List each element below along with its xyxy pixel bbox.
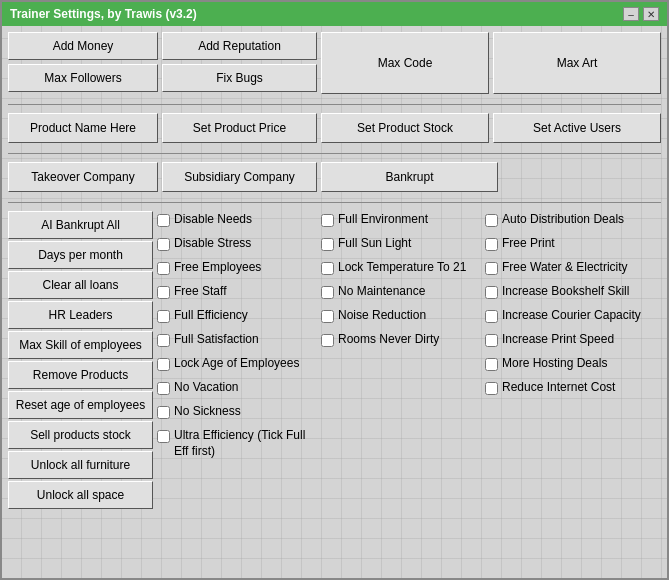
noise-reduction-item: Noise Reduction bbox=[321, 307, 481, 329]
lock-temperature-item: Lock Temperature To 21 bbox=[321, 259, 481, 281]
no-vacation-label: No Vacation bbox=[174, 380, 238, 396]
disable-needs-label: Disable Needs bbox=[174, 212, 252, 228]
full-sun-light-checkbox[interactable] bbox=[321, 238, 334, 251]
noise-reduction-label: Noise Reduction bbox=[338, 308, 426, 324]
no-sickness-item: No Sickness bbox=[157, 403, 317, 425]
add-reputation-button[interactable]: Add Reputation bbox=[162, 32, 317, 60]
increase-bookshelf-checkbox[interactable] bbox=[485, 286, 498, 299]
free-water-checkbox[interactable] bbox=[485, 262, 498, 275]
increase-bookshelf-item: Increase Bookshelf Skill bbox=[485, 283, 661, 305]
middle-column: Disable Needs Disable Stress Free Employ… bbox=[157, 211, 317, 572]
separator1 bbox=[8, 104, 661, 105]
free-employees-checkbox[interactable] bbox=[157, 262, 170, 275]
disable-stress-checkbox[interactable] bbox=[157, 238, 170, 251]
content-area: Add Money Max Followers Add Reputation F… bbox=[2, 26, 667, 578]
no-vacation-checkbox[interactable] bbox=[157, 382, 170, 395]
remove-products-button[interactable]: Remove Products bbox=[8, 361, 153, 389]
full-satisfaction-label: Full Satisfaction bbox=[174, 332, 259, 348]
clear-all-loans-button[interactable]: Clear all loans bbox=[8, 271, 153, 299]
row3: Takeover Company Subsidiary Company Bank… bbox=[8, 162, 661, 192]
full-sun-light-label: Full Sun Light bbox=[338, 236, 411, 252]
disable-needs-item: Disable Needs bbox=[157, 211, 317, 233]
max-skill-button[interactable]: Max Skill of employees bbox=[8, 331, 153, 359]
increase-courier-label: Increase Courier Capacity bbox=[502, 308, 641, 324]
increase-bookshelf-label: Increase Bookshelf Skill bbox=[502, 284, 629, 300]
disable-stress-label: Disable Stress bbox=[174, 236, 251, 252]
free-staff-item: Free Staff bbox=[157, 283, 317, 305]
main-window: Trainer Settings, by Trawis (v3.2) – ✕ A… bbox=[0, 0, 669, 580]
full-environment-item: Full Environment bbox=[321, 211, 481, 233]
row2: Product Name Here Set Product Price Set … bbox=[8, 113, 661, 143]
lock-temperature-checkbox[interactable] bbox=[321, 262, 334, 275]
free-staff-checkbox[interactable] bbox=[157, 286, 170, 299]
full-satisfaction-checkbox[interactable] bbox=[157, 334, 170, 347]
reset-age-button[interactable]: Reset age of employees bbox=[8, 391, 153, 419]
fix-bugs-button[interactable]: Fix Bugs bbox=[162, 64, 317, 92]
no-maintenance-checkbox[interactable] bbox=[321, 286, 334, 299]
increase-print-speed-checkbox[interactable] bbox=[485, 334, 498, 347]
max-art-button[interactable]: Max Art bbox=[493, 32, 661, 94]
free-employees-item: Free Employees bbox=[157, 259, 317, 281]
max-code-button[interactable]: Max Code bbox=[321, 32, 489, 94]
no-sickness-label: No Sickness bbox=[174, 404, 241, 420]
window-title: Trainer Settings, by Trawis (v3.2) bbox=[10, 7, 197, 21]
add-money-button[interactable]: Add Money bbox=[8, 32, 158, 60]
takeover-company-button[interactable]: Takeover Company bbox=[8, 162, 158, 192]
set-active-users-button[interactable]: Set Active Users bbox=[493, 113, 661, 143]
subsidiary-company-button[interactable]: Subsidiary Company bbox=[162, 162, 317, 192]
left-column: AI Bankrupt All Days per month Clear all… bbox=[8, 211, 153, 572]
max-followers-button[interactable]: Max Followers bbox=[8, 64, 158, 92]
days-per-month-button[interactable]: Days per month bbox=[8, 241, 153, 269]
free-print-label: Free Print bbox=[502, 236, 555, 252]
set-product-stock-button[interactable]: Set Product Stock bbox=[321, 113, 489, 143]
lock-age-checkbox[interactable] bbox=[157, 358, 170, 371]
close-button[interactable]: ✕ bbox=[643, 7, 659, 21]
unlock-furniture-button[interactable]: Unlock all furniture bbox=[8, 451, 153, 479]
increase-courier-item: Increase Courier Capacity bbox=[485, 307, 661, 329]
more-hosting-checkbox[interactable] bbox=[485, 358, 498, 371]
set-product-price-button[interactable]: Set Product Price bbox=[162, 113, 317, 143]
product-name-button[interactable]: Product Name Here bbox=[8, 113, 158, 143]
full-environment-label: Full Environment bbox=[338, 212, 428, 228]
far-right-column: Auto Distribution Deals Free Print Free … bbox=[485, 211, 661, 572]
unlock-space-button[interactable]: Unlock all space bbox=[8, 481, 153, 509]
rooms-never-dirty-label: Rooms Never Dirty bbox=[338, 332, 439, 348]
lock-temperature-label: Lock Temperature To 21 bbox=[338, 260, 466, 276]
noise-reduction-checkbox[interactable] bbox=[321, 310, 334, 323]
auto-distribution-checkbox[interactable] bbox=[485, 214, 498, 227]
bankrupt-button[interactable]: Bankrupt bbox=[321, 162, 498, 192]
free-print-checkbox[interactable] bbox=[485, 238, 498, 251]
no-maintenance-item: No Maintenance bbox=[321, 283, 481, 305]
increase-courier-checkbox[interactable] bbox=[485, 310, 498, 323]
reduce-internet-checkbox[interactable] bbox=[485, 382, 498, 395]
rooms-never-dirty-item: Rooms Never Dirty bbox=[321, 331, 481, 353]
more-hosting-label: More Hosting Deals bbox=[502, 356, 607, 372]
hr-leaders-button[interactable]: HR Leaders bbox=[8, 301, 153, 329]
ultra-efficiency-item: Ultra Efficiency (Tick Full Eff first) bbox=[157, 427, 317, 460]
full-satisfaction-item: Full Satisfaction bbox=[157, 331, 317, 353]
free-water-label: Free Water & Electricity bbox=[502, 260, 628, 276]
ultra-efficiency-label: Ultra Efficiency (Tick Full Eff first) bbox=[174, 428, 317, 459]
reduce-internet-item: Reduce Internet Cost bbox=[485, 379, 661, 401]
auto-distribution-label: Auto Distribution Deals bbox=[502, 212, 624, 228]
free-water-item: Free Water & Electricity bbox=[485, 259, 661, 281]
window-controls: – ✕ bbox=[623, 7, 659, 21]
ai-bankrupt-all-button[interactable]: AI Bankrupt All bbox=[8, 211, 153, 239]
sell-products-stock-button[interactable]: Sell products stock bbox=[8, 421, 153, 449]
minimize-button[interactable]: – bbox=[623, 7, 639, 21]
free-print-item: Free Print bbox=[485, 235, 661, 257]
disable-stress-item: Disable Stress bbox=[157, 235, 317, 257]
ultra-efficiency-checkbox[interactable] bbox=[157, 430, 170, 443]
full-efficiency-label: Full Efficiency bbox=[174, 308, 248, 324]
full-environment-checkbox[interactable] bbox=[321, 214, 334, 227]
no-sickness-checkbox[interactable] bbox=[157, 406, 170, 419]
no-vacation-item: No Vacation bbox=[157, 379, 317, 401]
disable-needs-checkbox[interactable] bbox=[157, 214, 170, 227]
full-efficiency-checkbox[interactable] bbox=[157, 310, 170, 323]
lock-age-label: Lock Age of Employees bbox=[174, 356, 299, 372]
increase-print-speed-label: Increase Print Speed bbox=[502, 332, 614, 348]
separator2 bbox=[8, 153, 661, 154]
lock-age-item: Lock Age of Employees bbox=[157, 355, 317, 377]
rooms-never-dirty-checkbox[interactable] bbox=[321, 334, 334, 347]
main-area: AI Bankrupt All Days per month Clear all… bbox=[8, 211, 661, 572]
